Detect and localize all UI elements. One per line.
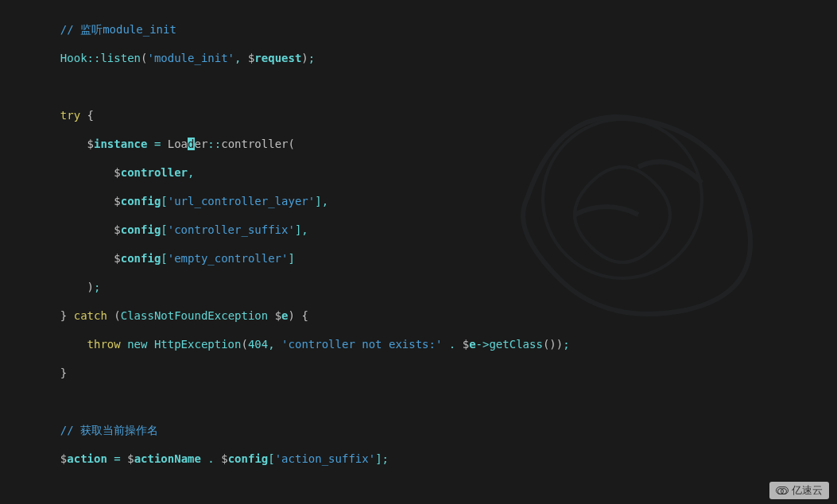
code-line: // 获取当前操作名 — [0, 423, 837, 437]
code-line: $controller, — [0, 165, 837, 180]
code-line: $config['url_controller_layer'], — [0, 194, 837, 208]
code-line: Hook::listen('module_init', $request); — [0, 51, 837, 65]
code-editor[interactable]: // 监听module_init Hook::listen('module_in… — [0, 0, 837, 504]
watermark-badge: 亿速云 — [769, 482, 829, 499]
code-line: $config['empty_controller'] — [0, 251, 837, 266]
code-line: throw new HttpException(404, 'controller… — [0, 337, 837, 351]
cloud-icon — [776, 487, 789, 494]
cursor: d — [188, 138, 194, 150]
code-line: ); — [0, 280, 837, 294]
code-line: // 监听module_init — [0, 22, 837, 37]
code-line: try { — [0, 108, 837, 122]
code-line: $action = $actionName . $config['action_… — [0, 452, 837, 466]
code-line: $instance = Loader::controller( — [0, 137, 837, 151]
code-line: } — [0, 366, 837, 380]
code-line: $config['controller_suffix'], — [0, 223, 837, 237]
watermark-text: 亿速云 — [792, 483, 823, 498]
code-line: } catch (ClassNotFoundException $e) { — [0, 308, 837, 323]
